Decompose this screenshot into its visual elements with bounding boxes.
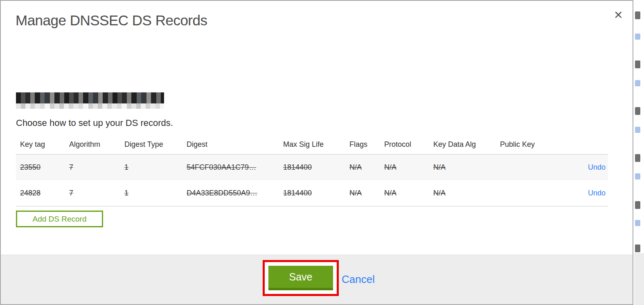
cell-actions: Undo (575, 163, 608, 172)
col-header-algorithm: Algorithm (69, 140, 124, 149)
add-ds-record-button[interactable]: Add DS Record (16, 211, 103, 227)
cell-protocol: N/A (384, 189, 433, 197)
table-body: 23550 7 1 54FCF030AA1C79… 1814400 N/A N/… (16, 154, 608, 206)
redacted-pixel-row-bottom (16, 103, 164, 109)
col-header-key-tag: Key tag (16, 140, 69, 149)
background-text-fragment (635, 201, 640, 209)
save-annotation-red-box: Save (263, 260, 339, 296)
cell-actions: Undo (575, 189, 608, 197)
col-header-public-key: Public Key (500, 140, 575, 149)
cell-protocol: N/A (384, 163, 433, 172)
table-row: 23550 7 1 54FCF030AA1C79… 1814400 N/A N/… (16, 155, 608, 180)
cell-digest: D4A33E8DD550A9… (187, 189, 283, 197)
background-link-fragment (635, 173, 640, 179)
background-link-fragment (635, 127, 640, 133)
background-link-fragment (635, 220, 640, 226)
cell-flags: N/A (349, 189, 384, 197)
save-button[interactable]: Save (268, 266, 333, 290)
cell-key-tag: 23550 (16, 163, 69, 172)
cell-key-data-alg: N/A (433, 189, 500, 197)
background-page-sliver (634, 0, 644, 305)
col-header-digest: Digest (187, 140, 283, 149)
cell-max-sig-life: 1814400 (283, 189, 349, 197)
cell-algorithm: 7 (69, 189, 124, 197)
col-header-digest-type: Digest Type (124, 140, 187, 149)
table-row: 24828 7 1 D4A33E8DD550A9… 1814400 N/A N/… (16, 180, 608, 206)
undo-link[interactable]: Undo (588, 163, 606, 171)
background-link-fragment (635, 34, 640, 40)
background-text-fragment (635, 154, 640, 162)
redacted-domain-name (16, 92, 164, 109)
cell-flags: N/A (349, 163, 384, 172)
background-text-fragment (635, 244, 640, 252)
manage-dnssec-dialog: Manage DNSSEC DS Records ✕ Choose how to… (0, 0, 633, 305)
cell-digest: 54FCF030AA1C79… (187, 163, 283, 172)
cell-algorithm: 7 (69, 163, 124, 172)
table-header-row: Key tag Algorithm Digest Type Digest Max… (16, 135, 608, 154)
close-icon[interactable]: ✕ (614, 10, 623, 21)
col-header-key-data-alg: Key Data Alg (433, 140, 500, 149)
col-header-flags: Flags (349, 140, 384, 149)
background-text-fragment (635, 11, 640, 19)
screen: Manage DNSSEC DS Records ✕ Choose how to… (0, 0, 644, 305)
cell-key-tag: 24828 (16, 189, 69, 197)
undo-link[interactable]: Undo (588, 189, 606, 197)
cell-digest-type: 1 (124, 163, 187, 172)
col-header-protocol: Protocol (384, 140, 433, 149)
dialog-footer: Save Cancel (1, 255, 633, 304)
background-footer-area (634, 253, 644, 305)
cell-max-sig-life: 1814400 (283, 163, 349, 172)
col-header-max-sig-life: Max Sig Life (283, 140, 349, 149)
redacted-pixel-row-top (16, 92, 164, 103)
setup-instruction-text: Choose how to set up your DS records. (16, 118, 173, 128)
dialog-title: Manage DNSSEC DS Records (16, 12, 207, 29)
cell-key-data-alg: N/A (433, 163, 500, 172)
background-text-fragment (635, 61, 640, 68)
background-link-fragment (635, 80, 640, 86)
background-text-fragment (635, 107, 640, 115)
cell-digest-type: 1 (124, 189, 187, 197)
ds-records-table: Key tag Algorithm Digest Type Digest Max… (16, 135, 608, 206)
cancel-link[interactable]: Cancel (342, 273, 375, 286)
